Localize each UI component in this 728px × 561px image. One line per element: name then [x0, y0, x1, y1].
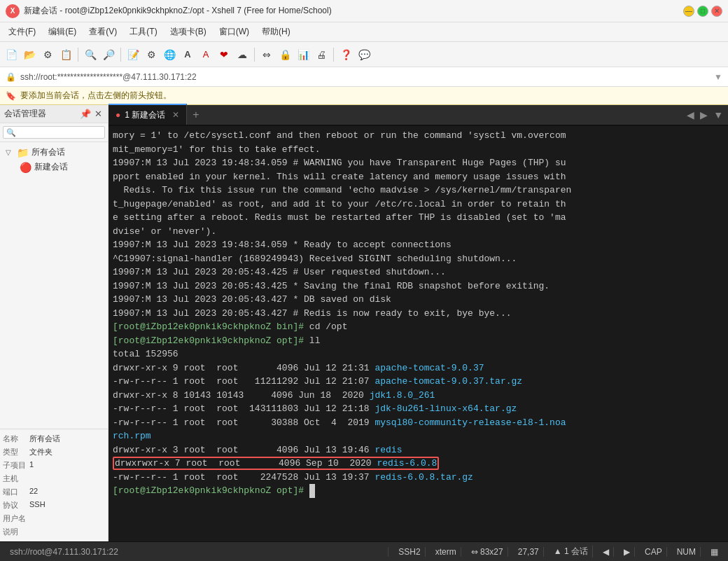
session-panel-header: 会话管理器 📌 ✕ — [0, 105, 108, 123]
toolbar-lock[interactable]: 🔒 — [276, 46, 293, 63]
term-line: [root@iZbp12ek0pnkik9ckhpknoZ opt]# — [113, 484, 724, 498]
toolbar-open[interactable]: 📂 — [21, 46, 38, 63]
menu-tabs[interactable]: 选项卡(B) — [164, 24, 212, 40]
lock-icon: 🔒 — [6, 72, 16, 82]
toolbar-settings[interactable]: ⚙ — [143, 46, 160, 63]
toolbar-help[interactable]: ❓ — [337, 46, 354, 63]
term-line: 19907:M 13 Jul 2023 20:05:43.427 * DB sa… — [113, 293, 724, 307]
menu-tools[interactable]: 工具(T) — [124, 24, 162, 40]
close-button[interactable]: ✕ — [711, 6, 722, 17]
prop-child-val: 1 — [29, 460, 105, 471]
window-title: 新建会话 - root@iZbp12ek0pnkik9ckhpknoZ:/opt… — [24, 5, 683, 17]
term-line: 19907:M 13 Jul 2023 20:05:43.425 # User … — [113, 265, 724, 279]
info-text: 要添加当前会话，点击左侧的箭头按钮。 — [20, 90, 172, 102]
size-icon: ⇔ — [471, 547, 478, 557]
session-search-input[interactable] — [3, 126, 105, 139]
prop-protocol: 协议 SSH — [3, 499, 105, 512]
toolbar-chat[interactable]: 💬 — [356, 46, 372, 63]
term-line: pport enabled in your kernel. This will … — [113, 170, 724, 184]
toolbar-new-session[interactable]: 📄 — [3, 46, 20, 63]
term-line: Redis. To fix this issue run the command… — [113, 183, 724, 198]
address-dropdown[interactable]: ▼ — [714, 72, 722, 82]
session-tree: ▽ 📁 所有会话 🔴 新建会话 — [0, 142, 108, 429]
main-area: 会话管理器 📌 ✕ ▽ 📁 所有会话 🔴 新建会话 — [0, 105, 728, 541]
toolbar-btn-a2[interactable]: A — [197, 46, 214, 63]
tab-session-icon: ● — [115, 110, 120, 120]
toolbar-print[interactable]: 🖨 — [313, 46, 330, 63]
minimize-button[interactable]: — — [683, 6, 694, 17]
tab-nav-menu[interactable]: ▼ — [711, 109, 725, 120]
size-value: 83x27 — [480, 547, 503, 557]
addressbar: 🔒 ssh://root:********************@47.111… — [0, 67, 728, 87]
prop-port: 端口 22 — [3, 485, 105, 499]
status-num: NUM — [673, 547, 701, 557]
menu-view[interactable]: 查看(V) — [83, 24, 122, 40]
term-line: ^C19907:signal-handler (1689249943) Rece… — [113, 252, 724, 266]
tab-label: 1 新建会话 — [125, 109, 165, 121]
maximize-button[interactable]: □ — [697, 6, 708, 17]
menu-file[interactable]: 文件(F) — [3, 24, 41, 40]
toolbar-copy[interactable]: 📋 — [57, 46, 74, 63]
term-line: -rw-r--r-- 1 root root 11211292 Jul 12 2… — [113, 375, 724, 389]
toolbar-separator-4 — [333, 48, 334, 62]
toolbar-zoom[interactable]: 🔎 — [100, 46, 117, 63]
term-line: t_hugepage/enabled' as root, and add it … — [113, 198, 724, 212]
prop-name: 名称 所有会话 — [3, 432, 105, 445]
status-cap: CAP — [640, 547, 667, 557]
prop-protocol-val: SSH — [29, 500, 105, 511]
term-line: 19907:M 13 Jul 2023 19:48:34.059 * Ready… — [113, 238, 724, 252]
term-line: -rw-r--r-- 1 root root 143111803 Jul 12 … — [113, 402, 724, 416]
tab-close-button[interactable]: ✕ — [172, 110, 179, 120]
prop-child-key: 子项目 — [3, 460, 29, 471]
terminal[interactable]: mory = 1' to /etc/sysctl.conf and then r… — [108, 126, 728, 541]
menu-window[interactable]: 窗口(W) — [214, 24, 255, 40]
toolbar-globe[interactable]: 🌐 — [161, 46, 178, 63]
add-tab-button[interactable]: + — [187, 105, 204, 125]
toolbar-font[interactable]: A — [179, 46, 196, 63]
status-nav-right[interactable]: ▶ — [620, 547, 635, 557]
prop-type-key: 类型 — [3, 447, 29, 457]
tab-nav-left[interactable]: ◀ — [685, 109, 696, 120]
term-line: mit_memory=1' for this to take effect. — [113, 143, 724, 157]
toolbar-compose[interactable]: 📝 — [125, 46, 141, 63]
term-line: 19907:M 13 Jul 2023 20:05:43.425 * Savin… — [113, 279, 724, 293]
tab-nav-right[interactable]: ▶ — [698, 109, 710, 120]
tree-all-sessions-label: 所有会话 — [31, 146, 65, 158]
toolbar-search[interactable]: 🔍 — [82, 46, 99, 63]
tab-navigation: ◀ ▶ ▼ — [682, 105, 728, 125]
prop-host-val — [29, 473, 105, 484]
prop-host-key: 主机 — [3, 473, 29, 484]
session-properties: 名称 所有会话 类型 文件夹 子项目 1 主机 端口 22 协议 SSH — [0, 429, 108, 541]
tree-new-session[interactable]: 🔴 新建会话 — [17, 160, 105, 174]
term-line-highlighted: drwxrwxr-x 7 root root 4096 Sep 10 2020 … — [113, 457, 724, 471]
menu-edit[interactable]: 编辑(E) — [43, 24, 82, 40]
status-encoding: xterm — [431, 547, 461, 557]
status-nav-left[interactable]: ◀ — [598, 547, 614, 557]
prop-user-val — [29, 513, 105, 524]
term-line: mory = 1' to /etc/sysctl.conf and then r… — [113, 129, 724, 143]
prop-port-val: 22 — [29, 487, 105, 497]
term-line: 19907:M 13 Jul 2023 19:48:34.059 # WARNI… — [113, 156, 724, 170]
toolbar-resize[interactable]: ⇔ — [258, 46, 275, 63]
toolbar-log[interactable]: 📊 — [295, 46, 312, 63]
toolbar-separator-1 — [78, 48, 78, 62]
prop-note: 说明 — [3, 525, 105, 539]
status-size: ⇔ 83x27 — [467, 547, 508, 557]
term-line: drwxr-xr-x 8 10143 10143 4096 Jun 18 202… — [113, 389, 724, 403]
prop-name-key: 名称 — [3, 434, 29, 444]
panel-close-button[interactable]: ✕ — [92, 109, 104, 119]
tree-all-sessions[interactable]: ▽ 📁 所有会话 — [3, 145, 105, 160]
tree-expand-icon: ▽ — [6, 148, 14, 156]
term-line: -rw-r--r-- 1 root root 30388 Oct 4 2019 … — [113, 416, 724, 430]
panel-pin-button[interactable]: 📌 — [80, 109, 91, 119]
session-panel-title: 会话管理器 — [4, 108, 80, 120]
toolbar-cloud[interactable]: ☁ — [234, 46, 251, 63]
menu-help[interactable]: 帮助(H) — [256, 24, 296, 40]
toolbar: 📄 📂 ⚙ 📋 🔍 🔎 📝 ⚙ 🌐 A A ❤ ☁ ⇔ 🔒 📊 🖨 ❓ 💬 — [0, 42, 728, 67]
info-icon: 🔖 — [6, 91, 16, 101]
toolbar-btn-red[interactable]: ❤ — [216, 46, 232, 63]
tab-0[interactable]: ● 1 新建会话 ✕ — [108, 104, 187, 125]
prop-child: 子项目 1 — [3, 459, 105, 472]
toolbar-properties[interactable]: ⚙ — [39, 46, 56, 63]
toolbar-separator-2 — [120, 48, 121, 62]
